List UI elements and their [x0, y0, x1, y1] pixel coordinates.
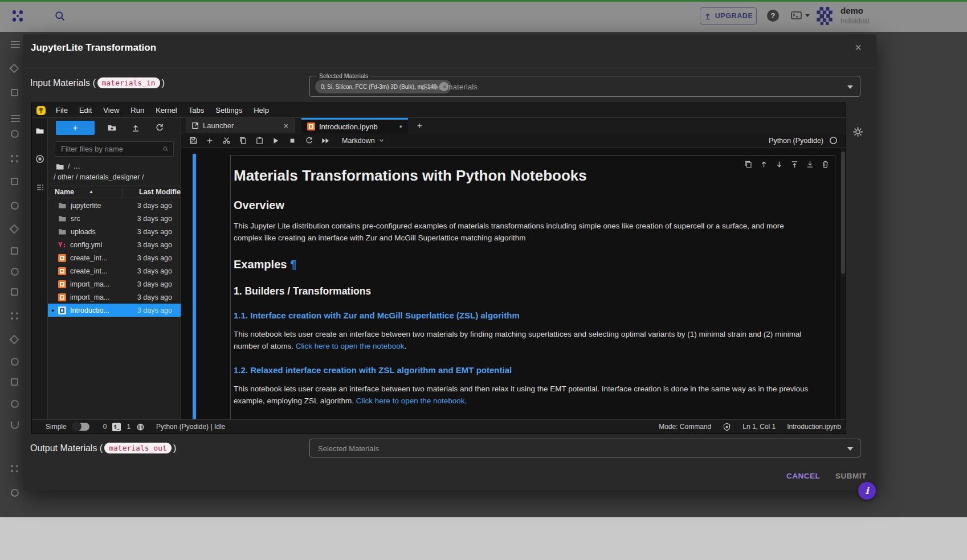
info-button[interactable]: i	[858, 482, 876, 500]
output-materials-select[interactable]: Selected Materials	[309, 439, 860, 457]
column-last-modified[interactable]: Last Modified	[139, 188, 185, 196]
upgrade-button[interactable]: UPGRADE	[700, 7, 757, 24]
save-icon[interactable]	[189, 136, 198, 145]
dropdown-caret-icon[interactable]	[847, 447, 853, 451]
menu-file[interactable]: File	[50, 103, 74, 117]
gear-icon[interactable]	[852, 126, 863, 137]
kernel-name[interactable]: Python (Pyodide)	[769, 137, 823, 145]
kernel-sessions-icon[interactable]	[136, 423, 145, 431]
duplicate-cell-icon[interactable]	[744, 160, 753, 169]
menu-help[interactable]: Help	[248, 103, 275, 117]
kernel-status-icon[interactable]	[829, 136, 838, 145]
cancel-button[interactable]: CANCEL	[781, 468, 826, 484]
interrupt-kernel-icon[interactable]	[288, 136, 297, 145]
scrollbar-thumb[interactable]	[841, 152, 845, 274]
submit-button[interactable]: SUBMIT	[830, 468, 872, 484]
file-row[interactable]: Y: config.yml 3 days ago	[48, 238, 181, 251]
app-sidebar-icon[interactable]	[11, 115, 20, 122]
app-sidebar-icon[interactable]	[11, 178, 18, 185]
app-sidebar-icon[interactable]	[11, 288, 18, 296]
tab-introduction-ipynb[interactable]: Introduction.ipynb ●	[301, 118, 408, 133]
cell-type-dropdown[interactable]: Markdown	[342, 137, 385, 145]
app-sidebar-icon[interactable]	[11, 247, 18, 255]
app-sidebar-icon[interactable]	[11, 89, 18, 96]
insert-cell-above-icon[interactable]	[790, 160, 799, 169]
terminal-badge-icon[interactable]: $_	[112, 423, 121, 431]
app-sidebar-icon[interactable]	[11, 41, 20, 48]
help-button[interactable]: ?	[767, 10, 779, 22]
app-sidebar-icon[interactable]	[11, 422, 19, 429]
cut-cells-icon[interactable]	[222, 136, 231, 145]
run-cell-icon[interactable]	[271, 136, 280, 145]
running-sessions-tab-icon[interactable]	[35, 154, 44, 163]
file-row[interactable]: create_int... 3 days ago	[48, 251, 181, 264]
restart-kernel-icon[interactable]	[304, 136, 313, 145]
trust-shield-icon[interactable]	[723, 423, 731, 431]
close-tab-icon[interactable]: ×	[284, 121, 288, 130]
open-notebook-link[interactable]: Click here to open the notebook	[296, 342, 405, 350]
file-row[interactable]: uploads 3 days ago	[48, 225, 181, 238]
scrollbar[interactable]	[840, 148, 846, 419]
move-cell-down-icon[interactable]	[775, 160, 784, 169]
file-row-selected[interactable]: ● Introductio... 3 days ago	[48, 304, 181, 317]
insert-cell-icon[interactable]	[205, 136, 214, 145]
app-sidebar-icon[interactable]	[10, 335, 19, 345]
simple-mode-toggle[interactable]	[72, 423, 89, 431]
app-sidebar-icon[interactable]	[11, 130, 19, 138]
app-sidebar-icon[interactable]	[11, 400, 19, 408]
active-cell-collapser[interactable]	[193, 154, 196, 419]
notebook-content[interactable]: Materials Transformations with Python No…	[181, 148, 846, 419]
breadcrumb-path[interactable]: / other / materials_designer /	[54, 173, 144, 181]
delete-cell-icon[interactable]	[821, 160, 830, 169]
new-tab-button[interactable]: +	[412, 118, 427, 133]
table-of-contents-tab-icon[interactable]	[35, 183, 44, 192]
open-notebook-link[interactable]: Click here to open the notebook	[356, 397, 465, 405]
menu-settings[interactable]: Settings	[210, 103, 248, 117]
input-materials-select[interactable]: Selected Materials 0: Si, Silicon, FCC (…	[309, 76, 860, 97]
app-sidebar-icon[interactable]	[11, 465, 13, 467]
file-browser-tab-icon[interactable]	[35, 126, 45, 136]
app-sidebar-icon[interactable]	[10, 224, 19, 234]
file-row[interactable]: import_ma... 3 days ago	[48, 277, 181, 291]
app-sidebar-icon[interactable]	[11, 358, 19, 366]
menu-kernel[interactable]: Kernel	[150, 103, 183, 117]
heading-anchor-icon[interactable]: ¶	[290, 258, 296, 271]
app-sidebar-icon[interactable]	[10, 64, 19, 73]
refresh-icon[interactable]	[155, 123, 164, 132]
file-row[interactable]: jupyterlite 3 days ago	[48, 199, 181, 212]
avatar[interactable]	[814, 5, 835, 26]
copy-cells-icon[interactable]	[238, 136, 247, 145]
console-menu-button[interactable]	[790, 11, 810, 20]
search-icon[interactable]	[54, 10, 66, 22]
close-icon[interactable]: ×	[855, 41, 862, 54]
insert-cell-below-icon[interactable]	[806, 160, 814, 169]
file-row[interactable]: create_int... 3 days ago	[48, 264, 181, 277]
home-folder-icon[interactable]	[56, 163, 64, 170]
menu-run[interactable]: Run	[125, 103, 150, 117]
restart-run-all-icon[interactable]	[321, 136, 330, 145]
upload-files-icon[interactable]	[131, 123, 140, 132]
app-sidebar-icon[interactable]	[11, 268, 19, 276]
column-name[interactable]: Name	[55, 188, 74, 196]
sort-ascending-icon[interactable]: ▲	[89, 189, 93, 194]
new-folder-icon[interactable]	[107, 123, 117, 133]
tab-launcher[interactable]: Launcher ×	[186, 118, 295, 133]
menu-edit[interactable]: Edit	[74, 103, 97, 117]
app-sidebar-icon[interactable]	[11, 312, 13, 314]
dropdown-caret-icon[interactable]	[847, 85, 853, 89]
app-sidebar-icon[interactable]	[11, 202, 19, 210]
filter-files-input[interactable]	[60, 144, 162, 154]
kernel-status-text[interactable]: Python (Pyodide) | Idle	[156, 423, 225, 431]
paste-cells-icon[interactable]	[255, 136, 264, 145]
app-sidebar-icon[interactable]	[11, 378, 18, 386]
cursor-position[interactable]: Ln 1, Col 1	[742, 423, 776, 431]
app-sidebar-icon[interactable]	[11, 155, 13, 157]
file-row[interactable]: src 3 days ago	[48, 212, 181, 225]
app-sidebar-icon[interactable]	[11, 489, 19, 497]
move-cell-up-icon[interactable]	[760, 160, 768, 169]
file-row[interactable]: import_ma... 3 days ago	[48, 291, 181, 304]
breadcrumb-ellipsis[interactable]: …	[73, 162, 80, 170]
unsaved-dot-icon[interactable]: ●	[399, 124, 402, 129]
markdown-cell[interactable]: Materials Transformations with Python No…	[230, 155, 835, 419]
menu-tabs[interactable]: Tabs	[183, 103, 210, 117]
